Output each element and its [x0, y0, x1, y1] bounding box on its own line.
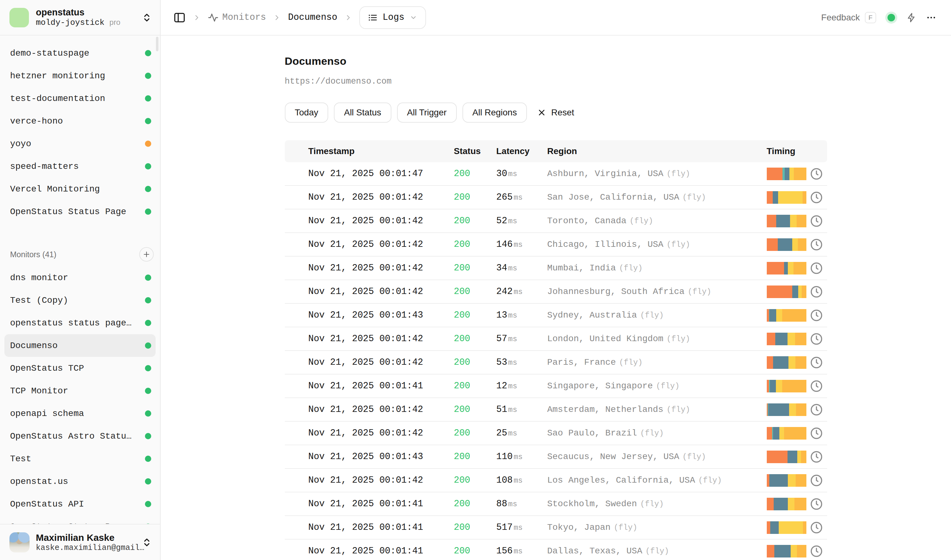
sidebar-item-monitor[interactable]: OpenStatus API: [5, 493, 155, 515]
latency-cell: 57ms: [496, 334, 547, 344]
sidebar-item-status-page[interactable]: OpenStatus Status Page: [5, 200, 155, 223]
clock-icon[interactable]: [809, 450, 823, 464]
sidebar-item-monitor[interactable]: openapi schema: [5, 402, 155, 425]
sidebar-item-monitor[interactable]: OpenStatus Status Page: [5, 515, 155, 524]
clock-icon[interactable]: [809, 167, 823, 181]
table-row[interactable]: Nov 21, 2025 00:01:42 200 51ms Amsterdam…: [285, 398, 827, 422]
sidebar-item-status-page[interactable]: test-documentation: [5, 87, 155, 110]
user-email: kaske.maximilian@gmail…: [36, 543, 135, 553]
column-header-region[interactable]: Region: [547, 146, 767, 156]
region-cell: Dallas, Texas, USA(fly): [547, 546, 767, 556]
table-row[interactable]: Nov 21, 2025 00:01:41 200 517ms Tokyo, J…: [285, 516, 827, 540]
sidebar-item-status-page[interactable]: Vercel Monitoring: [5, 178, 155, 200]
timing-segment-transfer: [801, 451, 807, 463]
sidebar-item-status-page[interactable]: hetzner monitoring: [5, 65, 155, 87]
clock-icon[interactable]: [809, 308, 823, 322]
reset-filters-button[interactable]: Reset: [537, 108, 574, 118]
table-row[interactable]: Nov 21, 2025 00:01:42 200 146ms Chicago,…: [285, 233, 827, 257]
sidebar-item-status-page[interactable]: verce-hono: [5, 110, 155, 132]
table-row[interactable]: Nov 21, 2025 00:01:47 200 30ms Ashburn, …: [285, 162, 827, 186]
table-row[interactable]: Nov 21, 2025 00:01:43 200 110ms Secaucus…: [285, 445, 827, 469]
trigger-filter-button[interactable]: All Trigger: [397, 103, 457, 123]
table-row[interactable]: Nov 21, 2025 00:01:42 200 25ms Sao Paulo…: [285, 422, 827, 445]
status-filter-button[interactable]: All Status: [334, 103, 391, 123]
timing-cell: [767, 285, 827, 299]
feedback-button[interactable]: Feedback F: [821, 12, 876, 23]
timing-bar: [767, 309, 807, 322]
sidebar-item-monitor[interactable]: openstat.us: [5, 470, 155, 493]
status-page-label: yoyo: [10, 139, 31, 149]
view-selector-button[interactable]: Logs: [359, 6, 426, 29]
latency-unit: ms: [514, 453, 523, 461]
clock-icon[interactable]: [809, 261, 823, 275]
table-row[interactable]: Nov 21, 2025 00:01:43 200 13ms Sydney, A…: [285, 304, 827, 327]
timing-segment-transfer: [802, 286, 806, 298]
clock-icon[interactable]: [809, 285, 823, 299]
more-options-button[interactable]: [926, 12, 937, 23]
clock-icon[interactable]: [809, 403, 823, 417]
clock-icon[interactable]: [809, 214, 823, 228]
table-row[interactable]: Nov 21, 2025 00:01:42 200 108ms Los Ange…: [285, 469, 827, 492]
sidebar-item-monitor[interactable]: openstatus status page…: [5, 312, 155, 334]
timing-segment-transfer: [794, 168, 807, 180]
workspace-switcher[interactable]: openstatus moldy-joystick pro: [0, 0, 160, 35]
chevron-right-icon: [273, 14, 281, 22]
status-dot: [145, 118, 151, 124]
timing-cell: [767, 544, 827, 558]
table-row[interactable]: Nov 21, 2025 00:01:42 200 57ms London, U…: [285, 327, 827, 351]
column-header-latency[interactable]: Latency: [496, 146, 547, 156]
sidebar-item-monitor[interactable]: dns monitor: [5, 266, 155, 289]
table-row[interactable]: Nov 21, 2025 00:01:41 200 88ms Stockholm…: [285, 492, 827, 516]
chevron-right-icon: [193, 14, 201, 22]
latency-cell: 12ms: [496, 381, 547, 391]
table-row[interactable]: Nov 21, 2025 00:01:42 200 52ms Toronto, …: [285, 209, 827, 233]
add-monitor-button[interactable]: [139, 247, 154, 262]
table-row[interactable]: Nov 21, 2025 00:01:42 200 53ms Paris, Fr…: [285, 351, 827, 374]
sidebar-scrollbar-thumb[interactable]: [156, 37, 158, 51]
status-dot: [145, 455, 151, 462]
system-status-indicator[interactable]: [888, 14, 895, 22]
column-header-timing[interactable]: Timing: [767, 146, 827, 156]
clock-icon[interactable]: [809, 474, 823, 488]
user-menu[interactable]: Maximilian Kaske kaske.maximilian@gmail…: [0, 524, 160, 560]
clock-icon[interactable]: [809, 332, 823, 346]
sidebar-item-status-page[interactable]: yoyo: [5, 132, 155, 155]
clock-icon[interactable]: [809, 355, 823, 369]
clock-icon[interactable]: [809, 521, 823, 535]
region-provider: (fly): [640, 429, 664, 438]
timing-segment-tls: [776, 215, 790, 227]
breadcrumb-monitors[interactable]: Monitors: [208, 12, 266, 23]
table-row[interactable]: Nov 21, 2025 00:01:41 200 12ms Singapore…: [285, 374, 827, 398]
timing-segment-ttfb: [791, 545, 797, 557]
clock-icon[interactable]: [809, 379, 823, 393]
sidebar-item-monitor[interactable]: Documenso: [5, 334, 155, 357]
regions-filter-button[interactable]: All Regions: [462, 103, 527, 123]
column-header-timestamp[interactable]: Timestamp: [308, 146, 454, 156]
breadcrumb-current[interactable]: Documenso: [288, 12, 337, 23]
clock-icon[interactable]: [809, 497, 823, 511]
sidebar-item-status-page[interactable]: speed-matters: [5, 155, 155, 178]
sidebar-item-status-page[interactable]: demo-statuspage: [5, 42, 155, 65]
column-header-status[interactable]: Status: [454, 146, 496, 156]
clock-icon[interactable]: [809, 426, 823, 440]
clock-icon[interactable]: [809, 238, 823, 252]
table-row[interactable]: Nov 21, 2025 00:01:42 200 242ms Johannes…: [285, 280, 827, 304]
sidebar-item-monitor[interactable]: OpenStatus TCP: [5, 357, 155, 380]
sidebar-item-monitor[interactable]: Test: [5, 448, 155, 470]
table-row[interactable]: Nov 21, 2025 00:01:42 200 34ms Mumbai, I…: [285, 257, 827, 280]
sidebar-toggle-button[interactable]: [173, 11, 186, 24]
sidebar-item-monitor[interactable]: TCP Monitor: [5, 380, 155, 402]
sidebar-item-monitor[interactable]: Test (Copy): [5, 289, 155, 312]
latency-unit: ms: [508, 264, 517, 272]
clock-icon[interactable]: [809, 191, 823, 205]
timing-segment-transfer: [794, 262, 807, 274]
command-menu-button[interactable]: [906, 12, 916, 23]
date-filter-button[interactable]: Today: [285, 103, 329, 123]
timing-segment-tls: [770, 522, 779, 534]
clock-icon[interactable]: [809, 544, 823, 558]
sidebar-item-monitor[interactable]: OpenStatus Astro Statu…: [5, 425, 155, 448]
timing-segment-tls: [768, 403, 789, 416]
table-row[interactable]: Nov 21, 2025 00:01:42 200 265ms San Jose…: [285, 186, 827, 209]
table-row[interactable]: Nov 21, 2025 00:01:41 200 156ms Dallas, …: [285, 540, 827, 560]
timing-segment-transfer: [794, 498, 806, 510]
